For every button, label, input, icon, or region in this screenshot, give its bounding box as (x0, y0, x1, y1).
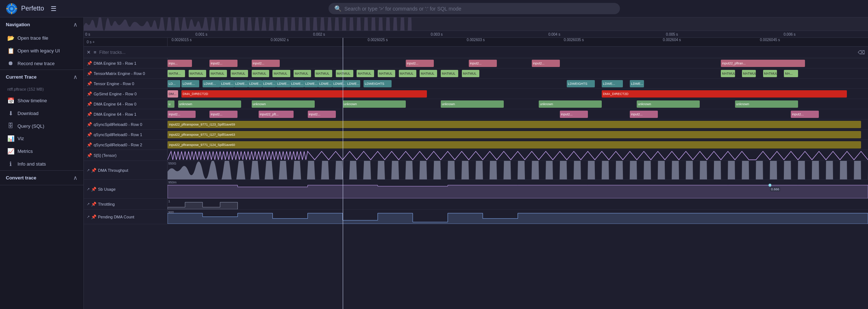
span-chip[interactable]: LDWE... (220, 80, 234, 87)
pin-qsync0[interactable]: 📌 (87, 122, 92, 127)
span-chip[interactable]: input2... (469, 60, 497, 67)
span-chip[interactable]: LDWE... (181, 80, 199, 87)
span-chip[interactable]: input2... (791, 111, 819, 118)
span-chip[interactable]: input2... (209, 60, 237, 67)
span-chip[interactable]: unknown (441, 100, 504, 108)
track-content-dma93r1[interactable]: inpu... input2... input2... input2... in… (168, 58, 868, 68)
span-chip[interactable]: MATMUL (357, 70, 374, 77)
filter-cross-icon[interactable]: ✕ (87, 49, 91, 55)
span-chip[interactable]: input22_pftran... (721, 60, 805, 67)
qsync-span[interactable]: input22_pftranspose_9771_i124_SpillSave6… (168, 141, 861, 148)
span-chip[interactable]: MATMUL (294, 70, 311, 77)
pin-tensormatrix0[interactable]: 📌 (87, 71, 92, 76)
pin-pending-dma[interactable]: 📌 (91, 214, 97, 219)
span-chip[interactable]: unknown (343, 100, 406, 108)
track-content-qsync0[interactable]: input22_pftranspose_9771_i123_SpillSave5… (168, 119, 868, 129)
span-chip[interactable]: input2... (532, 60, 560, 67)
track-content-gpsimd0[interactable]: DM... DMA_DIRECT2D DMA_DIRECT2D (168, 89, 868, 99)
track-content-qsync2[interactable]: input22_pftranspose_9771_i124_SpillSave6… (168, 140, 868, 150)
span-chip[interactable]: MATMUL (272, 70, 290, 77)
span-chip[interactable]: LDWE... (304, 80, 318, 87)
track-content-sb-usage[interactable]: 950m 0.666 (168, 180, 868, 198)
track-content-qsync1[interactable]: input22_pftranspose_9771_i127_SpillSave6… (168, 130, 868, 139)
qsync-span[interactable]: input22_pftranspose_9771_i123_SpillSave5… (168, 121, 861, 128)
convert-trace-header[interactable]: Convert trace ∧ (0, 171, 83, 185)
pin-throttling[interactable]: 📌 (91, 202, 97, 207)
track-content-dma64r0[interactable]: u unknown unknown unknown unknown unknow… (168, 99, 868, 109)
span-chip[interactable]: MATMUL (378, 70, 395, 77)
span-chip[interactable]: unknown (539, 100, 602, 108)
span-chip[interactable]: unknown (178, 100, 241, 108)
pin-s5[interactable]: 📌 (87, 153, 92, 158)
span-chip[interactable]: MATMUL (231, 70, 248, 77)
span-chip[interactable]: MATMUL (763, 70, 777, 77)
track-content-throttling[interactable]: 1 (168, 199, 868, 209)
span-chip[interactable]: MATMUL (252, 70, 269, 77)
span-chip[interactable]: input2... (252, 60, 280, 67)
sidebar-item-info-stats[interactable]: ℹ Info and stats (0, 158, 83, 170)
span-chip[interactable]: input2... (168, 111, 196, 118)
search-input[interactable] (345, 6, 614, 12)
timeline-minimap[interactable] (84, 17, 868, 31)
span-chip[interactable]: LDWE... (290, 80, 304, 87)
pin-dma64r1[interactable]: 📌 (87, 112, 92, 117)
pin-sb-usage[interactable]: 📌 (91, 187, 97, 192)
qsync-span[interactable]: input22_pftranspose_9771_i127_SpillSave6… (168, 131, 861, 138)
span-chip[interactable]: input2... (630, 111, 658, 118)
span-chip[interactable]: LDWE... (203, 80, 220, 87)
track-content-tensorengine0[interactable]: LD... LDWE... LDWE... LDWE... LDWE... LD… (168, 79, 868, 88)
pin-qsync1[interactable]: 📌 (87, 132, 92, 137)
track-content-s5[interactable] (168, 150, 868, 161)
span-chip[interactable]: LDWE... (602, 80, 623, 87)
span-chip[interactable]: DMA_DIRECT2D (602, 90, 847, 98)
sidebar-item-query-sql[interactable]: 🗄 Query (SQL) (0, 120, 83, 132)
span-chip[interactable]: input2... (560, 111, 588, 118)
span-chip[interactable]: MATMUL (209, 70, 227, 77)
span-chip[interactable]: MATMUL (315, 70, 332, 77)
current-trace-header[interactable]: Current Trace ∧ (0, 70, 83, 84)
track-content-pending-dma[interactable]: 900 (168, 210, 868, 224)
span-chip[interactable]: input22_pft... (259, 111, 294, 118)
span-chip[interactable]: MATMUL (742, 70, 756, 77)
sidebar-item-download[interactable]: ⬇ Download (0, 107, 83, 120)
span-chip[interactable]: LD... (168, 80, 180, 87)
span-chip[interactable]: MATMUL (336, 70, 353, 77)
span-chip[interactable]: u (168, 100, 174, 108)
span-chip[interactable]: input2... (308, 111, 336, 118)
span-chip[interactable]: LDWE... (248, 80, 262, 87)
span-chip[interactable]: unknown (252, 100, 315, 108)
sidebar-item-show-timeline[interactable]: 📅 Show timeline (0, 94, 83, 107)
span-chip[interactable]: MATMUL (462, 70, 479, 77)
filter-lines-icon[interactable]: ≡ (94, 49, 97, 55)
menu-icon[interactable]: ☰ (51, 5, 56, 13)
pin-qsync2[interactable]: 📌 (87, 142, 92, 147)
span-chip[interactable]: unknown (735, 100, 798, 108)
filter-clear-icon[interactable]: ⌫ (858, 49, 865, 55)
span-chip[interactable]: MA... (784, 70, 798, 77)
track-content-dma64r1[interactable]: input2... input2... input22_pft... input… (168, 109, 868, 119)
span-chip[interactable]: MATMUL (399, 70, 416, 77)
span-chip[interactable]: unknown (637, 100, 700, 108)
span-chip[interactable]: LDWE... (332, 80, 346, 87)
span-chip[interactable]: input2... (209, 111, 237, 118)
span-chip[interactable]: LDWE... (276, 80, 290, 87)
span-chip[interactable]: LDWE... (318, 80, 332, 87)
span-chip[interactable]: LDWEIGHTS (567, 80, 595, 87)
sidebar-item-record-trace[interactable]: ⏺ Record new trace (0, 57, 83, 70)
tracks-container[interactable]: 0 s + 0.0026015 s 0.002602 s 0.0026025 s… (84, 38, 868, 309)
span-chip[interactable]: LDWE... (234, 80, 248, 87)
filter-input[interactable] (99, 50, 855, 55)
span-chip[interactable]: LDWE... (630, 80, 644, 87)
span-chip[interactable]: MATMUL (420, 70, 437, 77)
span-chip[interactable]: DM... (168, 90, 178, 98)
sidebar-item-viz[interactable]: 📊 Viz (0, 132, 83, 145)
pin-dma-throughput[interactable]: 📌 (91, 168, 97, 173)
pin-dma93r1[interactable]: 📌 (87, 61, 92, 66)
track-content-tensormatrix0[interactable]: MATM... MATMUL MATMUL MATMUL MATMUL MATM… (168, 68, 868, 78)
span-chip[interactable]: LDWEIGHTS (364, 80, 392, 87)
sidebar-item-legacy-ui[interactable]: 📋 Open with legacy UI (0, 44, 83, 57)
span-chip[interactable]: LDWE... (346, 80, 360, 87)
pin-dma64r0[interactable]: 📌 (87, 102, 92, 107)
track-content-dma-throughput[interactable]: 550G (168, 161, 868, 179)
span-chip[interactable]: MATMUL (189, 70, 206, 77)
